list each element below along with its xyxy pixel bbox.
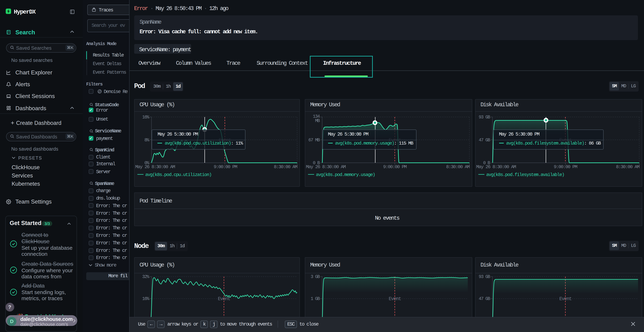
svg-text:8:30:00 AM: 8:30:00 AM xyxy=(274,164,297,170)
svg-text:8:30:00 AM: 8:30:00 AM xyxy=(616,164,639,170)
svg-text:32%: 32% xyxy=(142,274,149,280)
svg-text:9:00:00 PM: 9:00:00 PM xyxy=(214,164,237,170)
svg-text:3 GB: 3 GB xyxy=(310,274,320,280)
svg-text:May 26 8:30:00 AM: May 26 8:30:00 AM xyxy=(476,164,516,170)
svg-text:May 26 8:30:00 AM: May 26 8:30:00 AM xyxy=(306,164,346,170)
svg-text:8:30:00 AM: 8:30:00 AM xyxy=(446,164,470,170)
svg-text:avg(k8s.pod.filesystem.availab: avg(k8s.pod.filesystem.available) xyxy=(486,172,564,177)
svg-text:93 GB: 93 GB xyxy=(478,274,490,280)
svg-text:67 MB: 67 MB xyxy=(308,138,320,142)
svg-text:avg(k8s.pod.cpu.utilization): avg(k8s.pod.cpu.utilization) xyxy=(145,172,211,177)
svg-text:9:00:00 PM: 9:00:00 PM xyxy=(554,164,577,170)
svg-text:47 GB: 47 GB xyxy=(478,296,490,302)
svg-text:8%: 8% xyxy=(144,138,149,142)
svg-text:9:00:00 PM: 9:00:00 PM xyxy=(383,164,406,170)
svg-text:MB: MB xyxy=(315,118,320,123)
svg-text:1 GB: 1 GB xyxy=(310,296,320,302)
svg-text:May 26 8:30:00 AM: May 26 8:30:00 AM xyxy=(135,164,175,170)
svg-text:93 GB: 93 GB xyxy=(478,114,490,120)
svg-text:47 GB: 47 GB xyxy=(478,138,490,142)
svg-text:avg(k8s.pod.memory.usage): avg(k8s.pod.memory.usage) xyxy=(316,172,375,177)
svg-text:16%: 16% xyxy=(142,296,149,302)
svg-text:16%: 16% xyxy=(142,114,149,120)
